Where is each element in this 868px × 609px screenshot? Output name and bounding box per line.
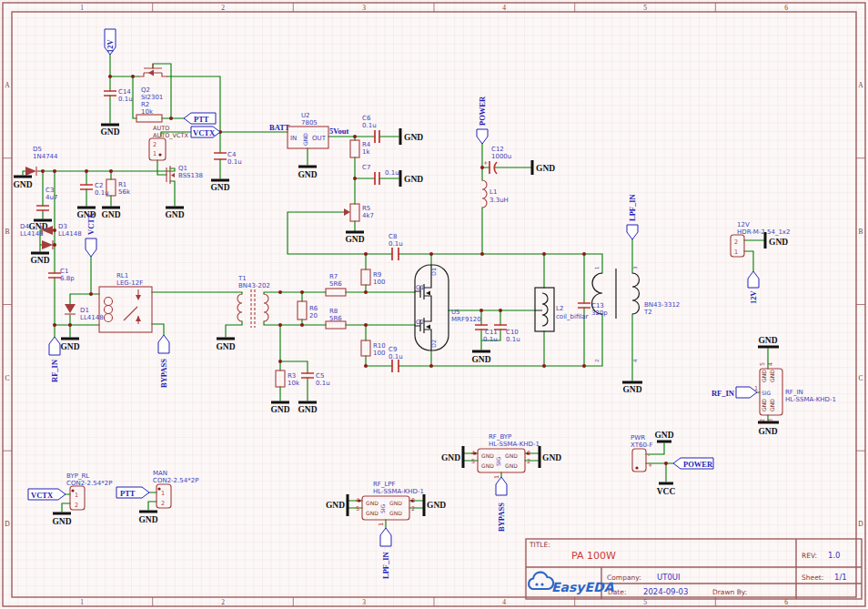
svg-text:1: 1 — [75, 492, 78, 499]
svg-text:12V: 12V — [737, 221, 750, 228]
svg-text:RF_LPF: RF_LPF — [373, 481, 396, 488]
svg-text:2: 2 — [527, 458, 530, 465]
svg-text:coil_bifilar: coil_bifilar — [556, 313, 589, 320]
svg-text:T2: T2 — [643, 309, 652, 316]
svg-text:3: 3 — [632, 266, 638, 269]
rev-label: REV: — [802, 552, 817, 560]
svg-text:2: 2 — [411, 505, 415, 513]
svg-text:AUTO: AUTO — [153, 125, 169, 132]
date-value: 2024-09-03 — [643, 587, 688, 596]
svg-text:L1: L1 — [490, 188, 497, 196]
svg-text:C10: C10 — [506, 329, 519, 336]
net-flag-12v-top[interactable]: 12V — [105, 29, 116, 55]
net-flag-vctx-auto[interactable]: VCTX — [191, 127, 220, 137]
svg-text:T1: T1 — [237, 275, 247, 282]
svg-text:1: 1 — [734, 249, 738, 256]
svg-text:3: 3 — [362, 598, 366, 606]
svg-text:BN43-202: BN43-202 — [238, 282, 270, 289]
svg-text:C1: C1 — [60, 268, 68, 275]
svg-text:C14: C14 — [118, 88, 131, 96]
svg-text:1: 1 — [378, 523, 385, 526]
svg-text:C8: C8 — [389, 233, 397, 240]
net-flag-lpfin-conn[interactable]: LPF_IN — [380, 528, 391, 579]
svg-text:0.1u: 0.1u — [316, 380, 330, 387]
net-flag-rfin-left[interactable]: RF_IN — [49, 337, 60, 382]
svg-text:GND: GND — [769, 399, 775, 411]
net-flag-bypass-relay[interactable]: BYPASS — [158, 335, 169, 388]
title-label: TITLE: — [529, 541, 550, 549]
svg-text:4u7: 4u7 — [45, 194, 57, 201]
svg-text:SIG: SIG — [495, 456, 501, 466]
drawn-by-label: Drawn By: — [712, 588, 747, 596]
svg-text:1k: 1k — [362, 148, 370, 156]
svg-text:12V: 12V — [749, 290, 758, 305]
svg-text:GND: GND — [13, 180, 32, 189]
svg-text:RF_IN: RF_IN — [785, 389, 803, 396]
svg-text:GND: GND — [769, 238, 788, 247]
svg-text:GND: GND — [366, 500, 378, 506]
svg-text:3: 3 — [362, 4, 366, 12]
svg-text:1: 1 — [80, 598, 84, 606]
svg-text:VCTX: VCTX — [193, 128, 216, 137]
svg-text:1: 1 — [80, 4, 84, 12]
svg-text:OUT: OUT — [312, 135, 327, 142]
svg-text:0.1u: 0.1u — [118, 96, 133, 103]
svg-text:4: 4 — [632, 359, 638, 362]
svg-text:5: 5 — [356, 505, 359, 513]
svg-text:U2: U2 — [301, 112, 310, 119]
net-flag-ptt-man[interactable]: PTT — [116, 487, 149, 498]
svg-text:2: 2 — [221, 598, 225, 606]
svg-text:4: 4 — [502, 598, 506, 606]
net-flag-power-xt60[interactable]: POWER — [673, 458, 713, 469]
svg-text:GND: GND — [366, 510, 378, 516]
svg-text:RF_IN: RF_IN — [712, 389, 735, 398]
svg-text:4: 4 — [502, 4, 506, 12]
svg-text:R8: R8 — [329, 308, 338, 315]
net-flag-lpfin-top[interactable]: LPF_IN — [627, 193, 638, 239]
svg-text:CON2-2.54*2P: CON2-2.54*2P — [153, 477, 198, 484]
svg-text:GND: GND — [481, 452, 494, 459]
svg-text:0.1u: 0.1u — [362, 122, 377, 129]
svg-text:RF_BYP: RF_BYP — [489, 433, 511, 441]
svg-text:GND: GND — [298, 170, 317, 179]
svg-text:4k7: 4k7 — [362, 212, 374, 219]
svg-text:6: 6 — [784, 4, 788, 12]
svg-text:LPF_IN: LPF_IN — [628, 193, 637, 221]
rev-value: 1.0 — [828, 551, 841, 560]
svg-text:6.8p: 6.8p — [60, 275, 75, 282]
net-flag-bypass-conn[interactable]: BYPASS — [496, 477, 507, 532]
svg-text:GND: GND — [761, 370, 767, 382]
net-label-5vout: 5Vout — [329, 127, 349, 136]
svg-text:GND: GND — [758, 427, 777, 436]
svg-text:GND: GND — [654, 431, 673, 440]
net-flag-12v-right[interactable]: 12V — [748, 271, 759, 304]
svg-text:GND: GND — [270, 405, 289, 414]
svg-text:U5: U5 — [451, 309, 460, 316]
svg-text:HL-SSMA-KHD-1: HL-SSMA-KHD-1 — [489, 441, 540, 448]
svg-text:R9: R9 — [373, 271, 381, 279]
svg-text:GND: GND — [326, 501, 345, 510]
svg-text:5: 5 — [759, 362, 766, 366]
svg-text:2: 2 — [153, 141, 156, 148]
net-flag-rfin-ssma[interactable]: RF_IN — [712, 387, 757, 398]
svg-text:0.1u: 0.1u — [506, 336, 520, 343]
sheet-label: Sheet: — [802, 573, 823, 582]
svg-text:SIG: SIG — [379, 503, 386, 513]
svg-text:R6: R6 — [309, 305, 318, 312]
svg-text:C9: C9 — [389, 346, 397, 353]
svg-text:10k: 10k — [141, 108, 154, 116]
schematic-canvas[interactable]: 1 2 3 4 5 6 1 2 3 4 5 6 A B C D A B C D — [0, 0, 868, 609]
net-flag-ptt[interactable]: PTT — [184, 113, 216, 124]
svg-text:0.1u: 0.1u — [483, 336, 498, 343]
svg-text:GND: GND — [298, 405, 317, 414]
svg-text:GND: GND — [404, 133, 423, 142]
net-flag-power-top[interactable]: POWER — [477, 96, 488, 144]
svg-text:Q1: Q1 — [178, 165, 187, 172]
svg-text:GND: GND — [536, 164, 555, 173]
net-flag-vctx-relay[interactable]: VCTX — [86, 212, 96, 257]
svg-text:GND: GND — [761, 399, 767, 411]
svg-text:GND: GND — [769, 370, 775, 382]
svg-text:R3: R3 — [288, 372, 296, 380]
net-flag-vctx-byprl[interactable]: VCTX — [28, 489, 66, 500]
svg-text:G1: G1 — [416, 284, 424, 291]
